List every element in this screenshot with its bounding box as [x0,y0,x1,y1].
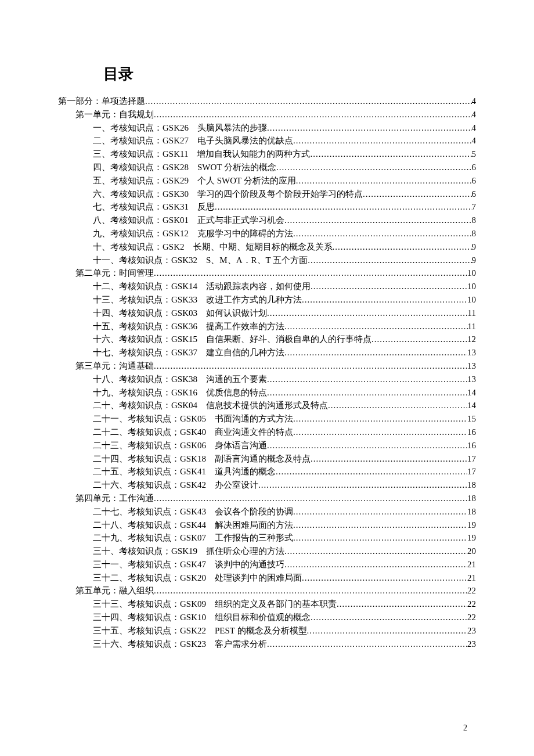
toc-entry-desc: 自信果断、好斗、消极自卑的人的行事特点 [206,333,371,346]
toc-entry: 十六、考核知识点：GSK15 自信果断、好斗、消极自卑的人的行事特点12 [93,333,476,346]
toc-entry-label: 十五、考核知识点：GSK36 [93,320,197,333]
toc-entry-page: 12 [467,333,476,346]
toc-entry-label: 三十一、考核知识点：GSK47 [93,558,206,571]
toc-entry-page: 5 [472,147,477,161]
toc-entry: 八、考核知识点：GSK01 正式与非正式学习机会8 [93,214,476,227]
toc-entry: 五、考核知识点：GSK29 个人 SWOT 分析法的应用6 [93,174,476,188]
toc-entry-desc: 抓住听众心理的方法 [206,545,284,558]
toc-entry-label: 二十二、考核知识点；GSK40 [93,426,206,439]
toc-entry-desc: 副语言沟通的概念及特点 [215,452,311,466]
toc-entry-label: 三十三、考核知识点：GSK09 [93,597,206,611]
toc-entry: 三十一、考核知识点：GSK47 谈判中的沟通技巧21 [93,558,476,571]
toc-leader-dots [311,611,467,624]
toc-entry-desc: 长期、中期、短期目标的概念及关系 [193,240,333,254]
toc-entry-page: 4 [472,134,477,147]
toc-entry-desc: 商业沟通文件的特点 [215,426,293,439]
toc-entry: 十九、考核知识点：GSK16 优质信息的特点14 [93,386,476,399]
toc-entry: 三十三、考核知识点：GSK09 组织的定义及各部门的基本职责22 [93,597,476,611]
toc-entry-page: 9 [472,240,477,254]
toc-leader-dots [371,333,467,346]
toc-leader-dots [293,519,467,532]
toc-entry-page: 21 [467,571,476,585]
page-number: 2 [463,723,467,733]
toc-entry-label: 第一部分：单项选择题 [58,95,145,108]
toc-entry: 二十一、考核知识点：GSK05 书面沟通的方式方法15 [93,412,476,426]
toc-entry: 七、考核知识点：GSK31 反思7 [93,200,476,214]
toc-entry-page: 17 [467,465,476,478]
toc-entry: 二十七、考核知识点：GSK43 会议各个阶段的协调18 [93,505,476,519]
toc-entry-page: 14 [467,399,476,412]
toc-entry: 十二、考核知识点：GSK14 活动跟踪表内容，如何使用10 [93,280,476,293]
toc-leader-dots [293,227,471,240]
toc-entry-page: 15 [467,412,476,426]
toc-entry: 二十八、考核知识点：GSK44 解决困难局面的方法19 [93,519,476,532]
toc-entry-label: 十七、考核知识点：GSK37 [93,346,197,359]
toc-entry-desc: 客户需求分析 [215,638,267,651]
toc-entry: 第一单元：自我规划4 [75,108,476,121]
toc-entry-page: 23 [467,624,476,638]
toc-leader-dots [302,571,467,585]
toc-entry-desc: 道具沟通的概念 [215,465,276,478]
toc-entry-page: 17 [467,452,476,466]
toc-leader-dots [215,200,471,214]
toc-entry-desc: 建立自信的几种方法 [206,346,284,359]
toc-leader-dots [302,293,467,307]
toc-entry: 三十四、考核知识点：GSK10 组织目标和价值观的概念22 [93,611,476,624]
toc-entry: 第四单元：工作沟通18 [75,492,476,505]
toc-entry-desc: 活动跟踪表内容，如何使用 [206,280,311,293]
toc-entry: 第三单元：沟通基础13 [75,359,476,373]
toc-entry-label: 二十九、考核知识点：GSK07 [93,531,206,545]
toc-entry: 六、考核知识点：GSK30 学习的四个阶段及每个阶段开始学习的特点6 [93,188,476,201]
toc-leader-dots [267,638,467,651]
toc-entry: 三十、考核知识点；GSK19 抓住听众心理的方法20 [93,545,476,558]
toc-entry-desc: 书面沟通的方式方法 [215,412,293,426]
toc-entry-desc: 如何认识做计划 [206,307,267,320]
toc-entry-page: 19 [467,531,476,545]
toc-entry-desc: 组织目标和价值观的概念 [215,611,311,624]
toc-entry-label: 三十、考核知识点；GSK19 [93,545,197,558]
toc-leader-dots [333,240,472,254]
toc-entry-label: 十三、考核知识点：GSK33 [93,293,197,307]
toc-entry: 第二单元：时间管理10 [75,267,476,280]
toc-entry-page: 6 [472,161,477,174]
toc-entry-desc: 会议各个阶段的协调 [215,505,293,519]
toc-entry: 三十二、考核知识点：GSK20 处理谈判中的困难局面21 [93,571,476,585]
toc-entry-page: 22 [467,597,476,611]
toc-leader-dots [145,95,472,108]
toc-leader-dots [328,399,467,412]
toc-entry-desc: S、M、A．R、T 五个方面 [206,254,308,267]
toc-entry-label: 三十四、考核知识点：GSK10 [93,611,206,624]
toc-entry-label: 二、考核知识点：GSK27 [93,134,189,147]
toc-entry-desc: 反思 [197,200,215,214]
toc-entry: 十三、考核知识点：GSK33 改进工作方式的几种方法10 [93,293,476,307]
toc-entry-label: 七、考核知识点：GSK31 [93,200,189,214]
toc-leader-dots [276,465,467,478]
toc-entry-page: 6 [472,188,477,201]
toc-entry-desc: 处理谈判中的困难局面 [215,571,302,585]
toc-entry-label: 八、考核知识点：GSK01 [93,214,189,227]
toc-entry-desc: 身体语言沟通 [215,439,267,452]
toc-entry: 九、考核知识点：GSK12 克服学习中的障碍的方法8 [93,227,476,240]
toc-entry: 二十五、考核知识点：GSK41 道具沟通的概念17 [93,465,476,478]
toc-leader-dots [307,624,467,638]
toc-entry-page: 18 [467,478,476,492]
toc-entry-label: 二十四、考核知识点：GSK18 [93,452,206,466]
toc-entry: 三十六、考核知识点：GSK23 客户需求分析23 [93,638,476,651]
toc-entry: 十、考核知识点：GSK2 长期、中期、短期目标的概念及关系9 [93,240,476,254]
toc-entry-label: 三十二、考核知识点：GSK20 [93,571,206,585]
toc-leader-dots [267,386,467,399]
toc-entry-page: 14 [467,386,476,399]
toc-entry-label: 二十八、考核知识点：GSK44 [93,519,206,532]
toc-leader-dots [154,108,472,121]
toc-entry: 三、考核知识点：GSK11 增加自我认知能力的两种方式5 [93,147,476,161]
toc-entry-page: 20 [467,545,476,558]
toc-entry-page: 21 [467,558,476,571]
toc-entry: 二十三、考核知识点：GSK06 身体语言沟通16 [93,439,476,452]
toc-entry-desc: 电子头脑风暴法的优缺点 [197,134,293,147]
toc-leader-dots [154,492,467,505]
toc-entry-desc: 增加自我认知能力的两种方式 [197,147,310,161]
toc-leader-dots [154,267,467,280]
toc-entry: 二十、考核知识点：GSK04 信息技术提供的沟通形式及特点14 [93,399,476,412]
toc-entry-desc: SWOT 分析法的概念 [197,161,276,174]
toc-leader-dots [154,584,467,597]
